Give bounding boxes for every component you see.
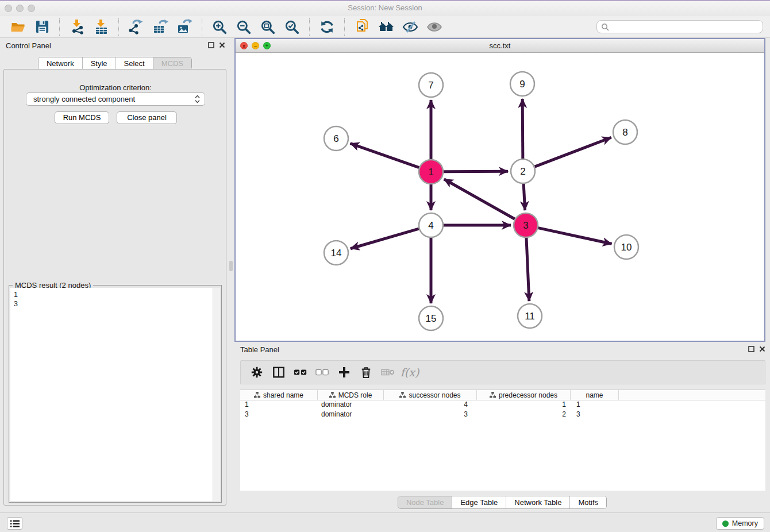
minimize-window-button[interactable] <box>16 5 24 12</box>
zoom-out-icon[interactable] <box>235 18 252 36</box>
result-line: 1 <box>14 290 217 299</box>
save-icon[interactable] <box>33 18 51 36</box>
table-cell: 3 <box>384 410 477 420</box>
table-cell: 1 <box>571 400 619 410</box>
svg-text:11: 11 <box>525 311 535 322</box>
homes-icon[interactable] <box>378 18 395 36</box>
task-history-button[interactable] <box>7 517 22 530</box>
zoom-window-button[interactable] <box>28 5 35 12</box>
control-panel-title: Control Panel <box>6 41 51 50</box>
table-cell: 3 <box>571 410 619 420</box>
node-15[interactable]: 15 <box>419 306 443 330</box>
export-network-icon[interactable] <box>128 18 145 36</box>
network-window-titlebar[interactable]: x – + scc.txt <box>236 39 764 53</box>
eye-slash-icon[interactable] <box>402 18 419 36</box>
open-folder-icon[interactable] <box>9 18 26 36</box>
node-8[interactable]: 8 <box>613 120 637 144</box>
vertical-split-handle[interactable] <box>229 261 233 271</box>
column-header-name[interactable]: name <box>571 390 619 400</box>
table-header: shared name MCDS role successor nodes pr… <box>240 390 765 400</box>
node-10[interactable]: 10 <box>614 235 638 259</box>
zoom-fit-icon[interactable] <box>259 18 276 36</box>
table-cell: 3 <box>240 410 318 420</box>
criterion-dropdown[interactable]: strongly connected component <box>26 92 205 106</box>
tab-mcds[interactable]: MCDS <box>153 57 191 70</box>
node-14[interactable]: 14 <box>324 241 348 265</box>
node-6[interactable]: 6 <box>324 126 348 151</box>
close-panel-icon[interactable] <box>219 42 225 48</box>
tab-node-table[interactable]: Node Table <box>398 496 453 508</box>
mcds-result-list[interactable]: 1 3 <box>10 288 220 501</box>
deselect-all-icon[interactable] <box>315 365 329 379</box>
memory-button[interactable]: Memory <box>716 517 764 530</box>
network-minimize-button[interactable]: – <box>252 42 259 49</box>
run-mcds-button[interactable]: Run MCDS <box>55 111 109 124</box>
gear-icon[interactable] <box>250 365 264 379</box>
node-3[interactable]: 3 <box>514 213 538 237</box>
svg-text:10: 10 <box>621 242 632 253</box>
column-header-predecessor-nodes[interactable]: predecessor nodes <box>477 390 571 400</box>
column-header-shared-name[interactable]: shared name <box>240 390 318 400</box>
delete-icon[interactable] <box>359 365 373 379</box>
table-row[interactable]: 1dominator411 <box>240 400 765 410</box>
float-panel-icon[interactable] <box>208 42 214 48</box>
edge-3-10[interactable] <box>538 228 611 244</box>
control-panel: Control Panel Network Style Select MCDS … <box>0 38 230 508</box>
edge-2-8[interactable] <box>535 137 611 167</box>
table-cell: 1 <box>240 400 318 410</box>
table-toolbar: f(x) <box>240 360 765 384</box>
export-image-icon[interactable] <box>176 18 193 36</box>
network-close-button[interactable]: x <box>240 42 248 49</box>
zoom-in-icon[interactable] <box>211 18 228 36</box>
close-panel-icon[interactable] <box>759 346 765 352</box>
add-column-icon[interactable] <box>337 365 351 379</box>
network-maximize-button[interactable]: + <box>263 42 271 49</box>
toolbar-divider <box>309 18 310 36</box>
close-window-button[interactable] <box>5 5 12 12</box>
node-11[interactable]: 11 <box>518 304 542 328</box>
edge-2-9[interactable] <box>522 99 523 159</box>
tab-select[interactable]: Select <box>116 57 153 70</box>
columns-icon[interactable] <box>272 365 286 379</box>
copy-network-icon[interactable] <box>353 18 371 36</box>
edge-2-3[interactable] <box>523 184 525 210</box>
import-table-icon[interactable] <box>93 18 110 36</box>
network-canvas[interactable]: 7968124314101511 <box>236 53 764 341</box>
export-table-icon[interactable] <box>152 18 169 36</box>
result-scrollbar[interactable] <box>213 288 220 501</box>
node-9[interactable]: 9 <box>510 72 534 96</box>
search-input[interactable] <box>609 21 763 32</box>
node-2[interactable]: 2 <box>511 159 535 183</box>
column-header-mcds-role[interactable]: MCDS role <box>318 390 384 400</box>
search-field[interactable] <box>596 20 763 33</box>
import-network-icon[interactable] <box>68 18 86 36</box>
zoom-selected-icon[interactable] <box>283 18 301 36</box>
column-header-successor-nodes[interactable]: successor nodes <box>384 390 477 400</box>
node-7[interactable]: 7 <box>419 73 443 97</box>
svg-text:6: 6 <box>333 133 338 144</box>
node-4[interactable]: 4 <box>419 213 443 237</box>
svg-text:1: 1 <box>428 167 433 178</box>
svg-text:2: 2 <box>520 166 525 177</box>
eye-icon[interactable] <box>426 18 443 36</box>
node-1[interactable]: 1 <box>419 160 443 184</box>
tab-network[interactable]: Network <box>38 57 83 70</box>
edge-3-11[interactable] <box>526 238 529 301</box>
edge-4-14[interactable] <box>351 229 419 249</box>
tab-network-table[interactable]: Network Table <box>506 496 570 508</box>
search-icon <box>601 23 609 31</box>
edge-1-2[interactable] <box>444 171 508 172</box>
refresh-icon[interactable] <box>318 18 336 36</box>
memory-status-dot <box>722 521 729 527</box>
edge-3-1[interactable] <box>444 179 515 219</box>
tab-style[interactable]: Style <box>83 57 116 70</box>
table-row[interactable]: 3dominator323 <box>240 410 765 420</box>
table-cell: 2 <box>477 410 571 420</box>
close-panel-button[interactable]: Close panel <box>117 111 177 124</box>
tab-motifs[interactable]: Motifs <box>570 496 606 508</box>
edge-1-6[interactable] <box>351 144 419 168</box>
float-panel-icon[interactable] <box>748 346 754 352</box>
select-all-icon[interactable] <box>294 365 307 379</box>
network-title: scc.txt <box>236 39 764 52</box>
tab-edge-table[interactable]: Edge Table <box>452 496 506 508</box>
